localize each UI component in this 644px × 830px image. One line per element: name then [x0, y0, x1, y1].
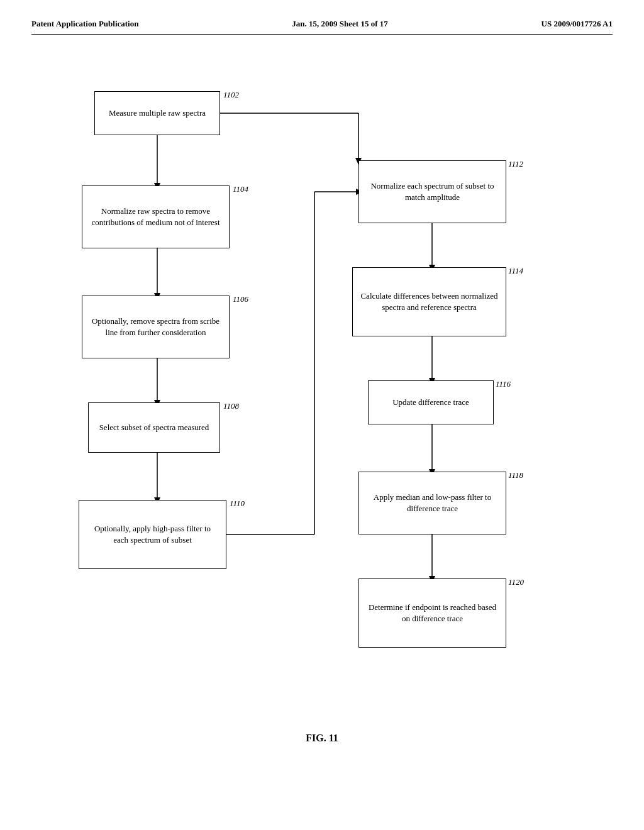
label-1120: 1120: [508, 577, 524, 587]
box-1106: Optionally, remove spectra from scribe l…: [82, 296, 230, 358]
label-1102: 1102: [223, 90, 239, 100]
label-1116: 1116: [496, 379, 511, 389]
box-1118: Apply median and low-pass filter to diff…: [358, 472, 506, 534]
header-center: Jan. 15, 2009 Sheet 15 of 17: [292, 19, 387, 29]
label-1104: 1104: [233, 184, 248, 194]
label-1110: 1110: [230, 499, 245, 509]
label-1106: 1106: [233, 294, 248, 304]
box-1104: Normalize raw spectra to remove contribu…: [82, 185, 230, 248]
box-1114: Calculate differences between normalized…: [352, 267, 506, 336]
flowchart: Measure multiple raw spectra 1102 Normal…: [31, 60, 613, 720]
box-1110: Optionally, apply high-pass filter to ea…: [79, 500, 226, 569]
header-left: Patent Application Publication: [31, 19, 138, 29]
page-header: Patent Application Publication Jan. 15, …: [31, 19, 613, 35]
label-1112: 1112: [508, 159, 523, 169]
box-1112: Normalize each spectrum of subset to mat…: [358, 160, 506, 223]
label-1108: 1108: [223, 401, 239, 411]
header-right: US 2009/0017726 A1: [541, 19, 613, 29]
figure-caption: FIG. 11: [31, 733, 613, 744]
page: Patent Application Publication Jan. 15, …: [0, 0, 644, 830]
arrows-svg: [31, 60, 613, 720]
label-1118: 1118: [508, 470, 523, 480]
box-1116: Update difference trace: [368, 380, 494, 424]
box-1102: Measure multiple raw spectra: [94, 91, 220, 135]
box-1108: Select subset of spectra measured: [88, 402, 220, 453]
label-1114: 1114: [508, 266, 523, 276]
box-1120: Determine if endpoint is reached based o…: [358, 578, 506, 648]
